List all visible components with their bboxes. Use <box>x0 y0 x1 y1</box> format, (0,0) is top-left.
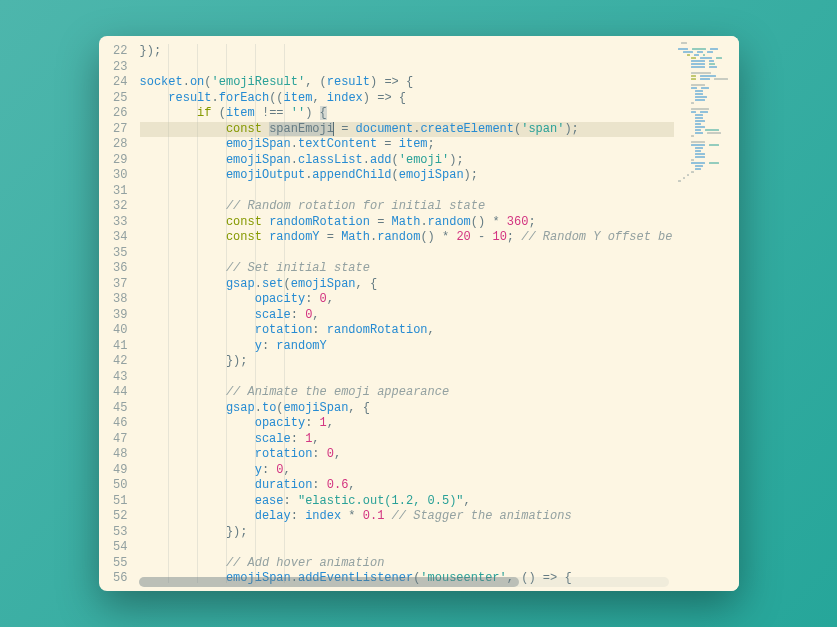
minimap-row <box>678 129 735 131</box>
code-line[interactable] <box>140 184 674 200</box>
line-number: 22 <box>99 44 128 60</box>
line-number: 56 <box>99 571 128 587</box>
scrollbar-thumb[interactable] <box>139 577 519 587</box>
minimap-row <box>678 153 735 155</box>
code-line[interactable]: ease: "elastic.out(1.2, 0.5)", <box>140 494 674 510</box>
code-line[interactable]: emojiOutput.appendChild(emojiSpan); <box>140 168 674 184</box>
minimap-row <box>678 51 735 53</box>
line-number: 44 <box>99 385 128 401</box>
minimap-row <box>678 84 735 86</box>
code-line[interactable]: // Animate the emoji appearance <box>140 385 674 401</box>
line-number: 46 <box>99 416 128 432</box>
minimap-row <box>678 75 735 77</box>
line-number: 47 <box>99 432 128 448</box>
line-number: 45 <box>99 401 128 417</box>
minimap-row <box>678 135 735 137</box>
horizontal-scrollbar[interactable] <box>139 577 669 587</box>
line-number: 54 <box>99 540 128 556</box>
code-line[interactable]: }); <box>140 525 674 541</box>
minimap-row <box>678 93 735 95</box>
minimap-row <box>678 42 735 44</box>
code-line[interactable]: const randomRotation = Math.random() * 3… <box>140 215 674 231</box>
minimap-row <box>678 57 735 59</box>
code-line[interactable] <box>140 246 674 262</box>
line-number: 32 <box>99 199 128 215</box>
minimap-row <box>678 123 735 125</box>
minimap-row <box>678 78 735 80</box>
minimap-row <box>678 105 735 107</box>
minimap-row <box>678 87 735 89</box>
minimap-row <box>678 159 735 161</box>
code-line[interactable]: scale: 0, <box>140 308 674 324</box>
minimap-row <box>678 144 735 146</box>
minimap-row <box>678 108 735 110</box>
minimap-row <box>678 48 735 50</box>
code-line[interactable]: y: 0, <box>140 463 674 479</box>
editor-body: 2223242526272829303132333435363738394041… <box>99 36 739 591</box>
minimap-row <box>678 66 735 68</box>
minimap-row <box>678 117 735 119</box>
minimap-row <box>678 63 735 65</box>
code-line[interactable]: opacity: 1, <box>140 416 674 432</box>
minimap-row <box>678 174 735 176</box>
line-number: 53 <box>99 525 128 541</box>
code-line[interactable] <box>140 60 674 76</box>
minimap-row <box>678 165 735 167</box>
line-number: 37 <box>99 277 128 293</box>
gutter: 2223242526272829303132333435363738394041… <box>99 36 134 591</box>
code-line[interactable]: y: randomY <box>140 339 674 355</box>
code-line[interactable]: gsap.to(emojiSpan, { <box>140 401 674 417</box>
code-line[interactable]: emojiSpan.textContent = item; <box>140 137 674 153</box>
code-line[interactable]: const randomY = Math.random() * 20 - 10;… <box>140 230 674 246</box>
line-number: 30 <box>99 168 128 184</box>
minimap-row <box>678 99 735 101</box>
minimap-row <box>678 150 735 152</box>
line-number: 27 <box>99 122 128 138</box>
code-line[interactable]: if (item !== '') { <box>140 106 674 122</box>
code-line[interactable] <box>140 370 674 386</box>
minimap-row <box>678 156 735 158</box>
line-number: 49 <box>99 463 128 479</box>
line-number: 52 <box>99 509 128 525</box>
minimap-row <box>678 138 735 140</box>
code-line[interactable]: }); <box>140 354 674 370</box>
code-line[interactable]: delay: index * 0.1 // Stagger the animat… <box>140 509 674 525</box>
line-number: 40 <box>99 323 128 339</box>
code-area[interactable]: });socket.on('emojiResult', (result) => … <box>134 36 674 591</box>
minimap-row <box>678 168 735 170</box>
code-line[interactable]: socket.on('emojiResult', (result) => { <box>140 75 674 91</box>
minimap-row <box>678 60 735 62</box>
line-number: 26 <box>99 106 128 122</box>
minimap-row <box>678 171 735 173</box>
code-line[interactable]: result.forEach((item, index) => { <box>140 91 674 107</box>
line-number: 29 <box>99 153 128 169</box>
code-line[interactable]: // Random rotation for initial state <box>140 199 674 215</box>
line-number: 43 <box>99 370 128 386</box>
minimap-row <box>678 114 735 116</box>
line-number: 33 <box>99 215 128 231</box>
line-number: 42 <box>99 354 128 370</box>
code-line[interactable]: gsap.set(emojiSpan, { <box>140 277 674 293</box>
minimap-row <box>678 141 735 143</box>
minimap-row <box>678 90 735 92</box>
code-line[interactable]: // Set initial state <box>140 261 674 277</box>
minimap-row <box>678 120 735 122</box>
code-line[interactable]: scale: 1, <box>140 432 674 448</box>
code-line[interactable] <box>140 540 674 556</box>
code-line[interactable]: emojiSpan.classList.add('emoji'); <box>140 153 674 169</box>
minimap-row <box>678 81 735 83</box>
code-line[interactable]: rotation: 0, <box>140 447 674 463</box>
code-line[interactable]: // Add hover animation <box>140 556 674 572</box>
minimap-row <box>678 126 735 128</box>
editor-window: 2223242526272829303132333435363738394041… <box>99 36 739 591</box>
code-line[interactable]: opacity: 0, <box>140 292 674 308</box>
line-number: 48 <box>99 447 128 463</box>
line-number: 24 <box>99 75 128 91</box>
code-line[interactable]: duration: 0.6, <box>140 478 674 494</box>
minimap-row <box>678 162 735 164</box>
code-line[interactable]: }); <box>140 44 674 60</box>
line-number: 51 <box>99 494 128 510</box>
code-line[interactable]: rotation: randomRotation, <box>140 323 674 339</box>
code-line[interactable]: const spanEmoji = document.createElement… <box>140 122 674 138</box>
minimap[interactable] <box>674 36 739 591</box>
